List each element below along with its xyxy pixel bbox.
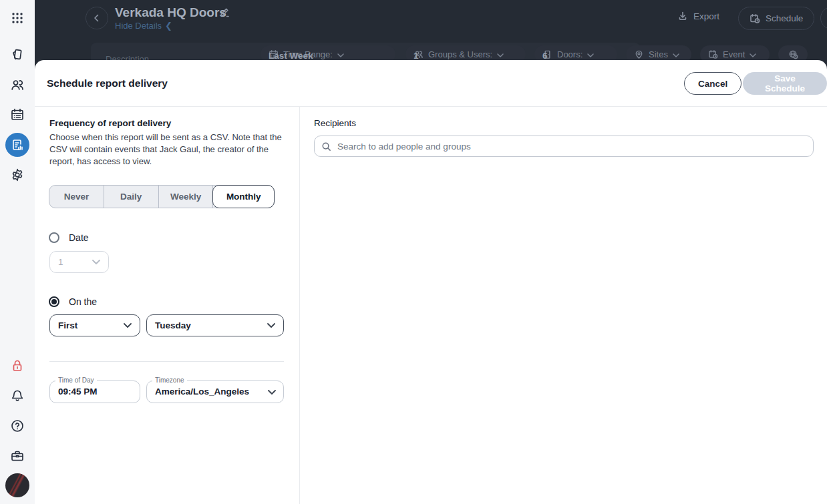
on-the-radio[interactable]: [49, 296, 59, 307]
export-button[interactable]: Export: [677, 11, 719, 21]
sidebar-item-reports[interactable]: [0, 133, 35, 157]
modal-title: Schedule report delivery: [47, 77, 168, 89]
section-divider: [49, 361, 284, 362]
recipients-search: [314, 136, 814, 157]
bell-icon: [10, 389, 25, 403]
ordinal-select[interactable]: First: [49, 314, 140, 336]
sidebar-item-notifications[interactable]: [0, 384, 35, 408]
search-icon: [321, 142, 331, 152]
on-the-radio-label: On the: [69, 296, 97, 307]
chevron-down-icon: [587, 49, 594, 59]
recipients-heading: Recipients: [314, 118, 356, 128]
back-chevron-icon: [92, 13, 102, 23]
help-icon: [10, 419, 25, 433]
frequency-option-never[interactable]: Never: [49, 186, 104, 208]
sidebar-item-help[interactable]: [0, 414, 35, 438]
on-the-radio-row: On the: [49, 296, 97, 307]
chevron-down-icon: [337, 49, 344, 59]
modal-header: Schedule report delivery Cancel Save Sch…: [35, 60, 827, 107]
apps-grid-icon: [10, 11, 25, 25]
date-radio-label: Date: [69, 232, 89, 243]
map-pin-icon: [634, 49, 644, 59]
sidebar-item-lockdown[interactable]: [0, 354, 35, 378]
collapse-chevron-icon: ❮: [165, 21, 172, 31]
gear-icon: [10, 168, 25, 182]
date-radio-row: Date: [49, 232, 89, 243]
calendar-clock-icon: [750, 13, 760, 24]
date-number-select[interactable]: 1: [49, 251, 109, 273]
recipients-search-input[interactable]: [337, 142, 806, 152]
frequency-heading: Frequency of report delivery: [49, 118, 171, 128]
sidebar-item-settings[interactable]: [0, 163, 35, 187]
frequency-description: Choose when this report will be sent as …: [49, 132, 286, 168]
frequency-segmented-control: Never Daily Weekly Monthly: [49, 185, 275, 208]
frequency-option-daily[interactable]: Daily: [104, 186, 159, 208]
chevron-down-icon: [267, 323, 275, 328]
sidebar-item-apps[interactable]: [0, 6, 35, 30]
chevron-down-icon: [92, 260, 100, 264]
time-of-day-value: 09:45 PM: [58, 387, 98, 397]
calendar-clock-icon: [708, 49, 718, 59]
sidebar-item-schedules[interactable]: [0, 103, 35, 127]
save-schedule-button[interactable]: Save Schedule: [743, 72, 827, 95]
app-window: Verkada HQ Doors Hide Details ❮ Export S…: [0, 0, 827, 504]
frequency-option-weekly[interactable]: Weekly: [159, 186, 214, 208]
date-radio[interactable]: [49, 232, 59, 243]
back-button[interactable]: [86, 7, 108, 29]
more-options-button[interactable]: ⋯: [820, 7, 827, 29]
timezone-label: Timezone: [152, 376, 187, 384]
toolbox-icon: [10, 449, 25, 463]
cancel-button[interactable]: Cancel: [684, 72, 741, 95]
panel-divider: [299, 107, 300, 504]
globe-clock-icon: [788, 49, 798, 59]
hide-details-link[interactable]: Hide Details ❮: [115, 21, 172, 31]
time-of-day-label: Time of Day: [55, 376, 97, 384]
lockdown-lock-icon: [10, 358, 25, 373]
sidebar-item-users[interactable]: [0, 73, 35, 97]
page-title: Verkada HQ Doors: [115, 5, 226, 20]
left-sidebar: [0, 0, 35, 504]
chevron-down-icon: [750, 49, 756, 59]
active-nav-highlight: [5, 133, 29, 157]
timezone-value: America/Los_Angeles: [155, 387, 249, 397]
edit-title-pencil-icon[interactable]: [219, 7, 230, 18]
chevron-down-icon: [124, 323, 132, 328]
user-avatar[interactable]: [5, 473, 29, 497]
chevron-down-icon: [497, 49, 504, 59]
chevron-down-icon: [268, 390, 276, 395]
schedule-report-modal: Schedule report delivery Cancel Save Sch…: [35, 60, 827, 504]
badge-cards-icon: [10, 47, 25, 62]
people-icon: [10, 77, 25, 92]
chevron-down-icon: [673, 49, 679, 59]
weekday-select[interactable]: Tuesday: [146, 314, 284, 336]
frequency-option-monthly[interactable]: Monthly: [212, 185, 275, 208]
download-icon: [677, 11, 688, 21]
report-doc-icon: [11, 138, 24, 152]
timezone-select[interactable]: Timezone America/Los_Angeles: [146, 381, 284, 403]
sidebar-item-credentials[interactable]: [0, 43, 35, 67]
calendar-list-icon: [10, 107, 25, 122]
time-of-day-field[interactable]: Time of Day 09:45 PM: [49, 381, 140, 403]
sidebar-item-toolbox[interactable]: [0, 444, 35, 468]
schedule-button[interactable]: Schedule: [738, 7, 814, 30]
